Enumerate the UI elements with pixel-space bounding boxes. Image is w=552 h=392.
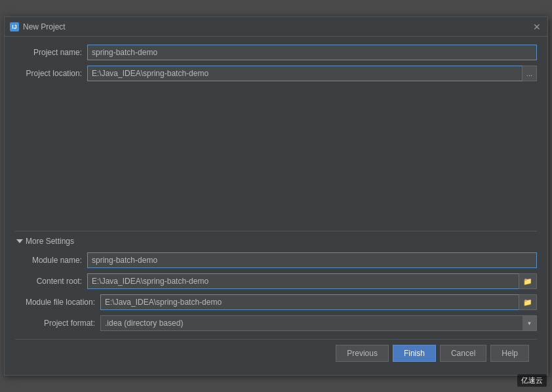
previous-button[interactable]: Previous [336, 345, 389, 362]
project-location-input[interactable] [87, 66, 522, 81]
finish-button[interactable]: Finish [393, 345, 436, 362]
project-format-select[interactable]: .idea (directory based) [100, 315, 537, 331]
more-settings-header[interactable]: More Settings [15, 237, 537, 246]
module-file-location-label: Module file location: [15, 298, 100, 307]
project-format-label: Project format: [15, 319, 100, 328]
module-file-location-input[interactable] [100, 294, 519, 310]
folder-icon: 📁 [523, 277, 532, 286]
dialog-footer: Previous Finish Cancel Help [15, 339, 537, 367]
expand-triangle-icon [16, 239, 23, 243]
project-name-input[interactable] [87, 45, 537, 60]
project-format-row: Project format: .idea (directory based) [15, 315, 537, 331]
project-location-field-group: ... [87, 66, 537, 81]
title-bar: IJ New Project ✕ [5, 17, 547, 37]
project-location-row: Project location: ... [15, 66, 537, 81]
content-root-row: Content root: 📁 [15, 273, 537, 289]
module-file-location-browse-button[interactable]: 📁 [519, 294, 537, 310]
folder-icon-2: 📁 [523, 298, 532, 307]
content-root-input[interactable] [87, 273, 519, 289]
spacer-area [15, 87, 537, 231]
content-root-label: Content root: [15, 277, 87, 286]
dialog-body: Project name: Project location: ... More… [5, 37, 547, 375]
module-name-row: Module name: [15, 252, 537, 268]
module-file-location-field-group: 📁 [100, 294, 537, 310]
project-name-label: Project name: [15, 48, 87, 57]
app-icon: IJ [10, 22, 19, 31]
project-location-label: Project location: [15, 69, 87, 78]
project-location-browse-button[interactable]: ... [522, 66, 537, 81]
watermark: 亿速云 [517, 374, 547, 387]
module-file-location-row: Module file location: 📁 [15, 294, 537, 310]
more-settings-label: More Settings [26, 237, 74, 246]
project-format-select-wrapper: .idea (directory based) [100, 315, 537, 331]
title-bar-left: IJ New Project [10, 22, 66, 31]
content-root-browse-button[interactable]: 📁 [519, 273, 537, 289]
close-button[interactable]: ✕ [532, 22, 542, 32]
module-name-input[interactable] [87, 252, 537, 268]
dialog-title: New Project [23, 22, 66, 31]
module-name-label: Module name: [15, 256, 87, 265]
cancel-button[interactable]: Cancel [440, 345, 486, 362]
more-settings-section: More Settings Module name: Content root:… [15, 231, 537, 331]
project-name-row: Project name: [15, 45, 537, 60]
new-project-dialog: IJ New Project ✕ Project name: Project l… [4, 16, 548, 376]
help-button[interactable]: Help [490, 345, 529, 362]
content-root-field-group: 📁 [87, 273, 537, 289]
